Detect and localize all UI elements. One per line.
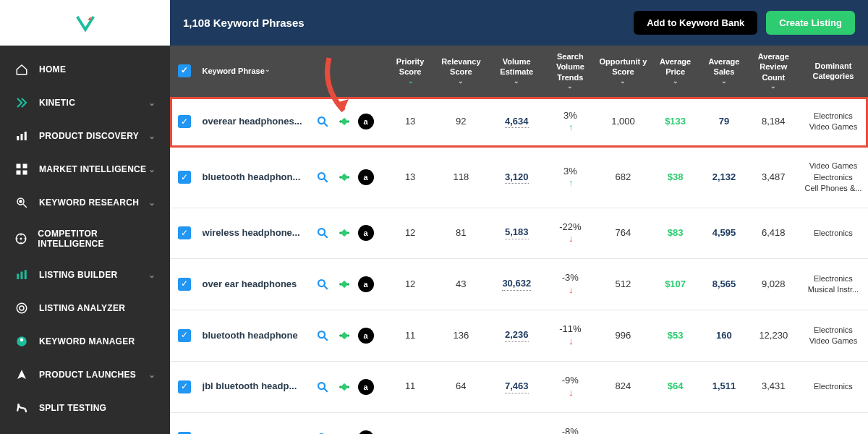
- dominant-categories-value: Electronics: [814, 228, 853, 239]
- priority-score-value: 13: [405, 116, 415, 128]
- market-icon: [14, 162, 29, 176]
- row-checkbox[interactable]: ✓: [178, 115, 191, 128]
- sidebar-item-market[interactable]: MARKET INTELLIGENCE⌄: [0, 153, 170, 186]
- priority-score-value: 12: [405, 227, 415, 239]
- svg-rect-2: [25, 132, 27, 140]
- amazon-icon[interactable]: a: [358, 379, 374, 395]
- svg-rect-3: [17, 164, 21, 169]
- table-row: ✓ over ear headphones a 12 43 30,632 -3%…: [170, 259, 868, 310]
- volume-estimate-value[interactable]: 7,463: [505, 380, 529, 393]
- amazon-icon[interactable]: a: [358, 225, 374, 241]
- column-average-review-count[interactable]: Average Review Count⌄: [749, 51, 799, 91]
- page-title: 1,108 Keyword Phrases: [183, 17, 305, 29]
- row-checkbox[interactable]: ✓: [178, 226, 191, 239]
- column-search-volume-trends[interactable]: Search Volume Trends⌄: [545, 51, 595, 91]
- average-price-value: $53: [668, 330, 684, 342]
- volume-estimate-value[interactable]: 2,574: [505, 432, 529, 434]
- opportunity-score-value: 512: [616, 278, 631, 291]
- column-average-price[interactable]: Average Price⌄: [651, 56, 699, 85]
- sidebar-item-label: MARKET INTELLIGENCE: [39, 164, 146, 174]
- row-checkbox[interactable]: ✓: [178, 380, 191, 393]
- column-average-sales[interactable]: Average Sales⌄: [699, 56, 748, 85]
- row-checkbox[interactable]: ✓: [178, 278, 191, 291]
- amazon-icon[interactable]: a: [358, 430, 374, 434]
- average-review-count-value: 6,418: [762, 227, 786, 239]
- opportunity-score-value: 996: [616, 330, 631, 342]
- search-icon[interactable]: [315, 169, 331, 185]
- average-sales-value: 160: [716, 330, 732, 342]
- volume-estimate-value[interactable]: 3,120: [505, 171, 529, 184]
- sidebar-item-launches[interactable]: PRODUCT LAUNCHES⌄: [0, 358, 170, 391]
- trend-value: 3%: [563, 166, 577, 178]
- diamond-icon[interactable]: [336, 169, 352, 185]
- search-icon[interactable]: [315, 114, 331, 129]
- search-icon[interactable]: [315, 225, 331, 241]
- sidebar-item-competitor[interactable]: COMPETITOR INTELLIGENCE: [0, 219, 170, 258]
- trend-value: -3%: [562, 272, 579, 284]
- average-review-count-value: 3,487: [762, 171, 786, 184]
- priority-score-value: 12: [405, 278, 415, 291]
- average-price-value: $64: [668, 380, 684, 393]
- svg-rect-6: [23, 171, 27, 175]
- sidebar-item-label: PRODUCT DISCOVERY: [39, 131, 139, 141]
- average-sales-value: 4,595: [712, 227, 736, 239]
- sidebar-item-discovery[interactable]: PRODUCT DISCOVERY⌄: [0, 119, 170, 153]
- column-keyword-phrase[interactable]: Keyword Phrase ⌄: [200, 66, 387, 76]
- sidebar-item-kinetic[interactable]: KINETIC⌄: [0, 86, 170, 119]
- priority-score-value: 11: [405, 380, 415, 393]
- sidebar-item-label: PRODUCT LAUNCHES: [39, 370, 136, 380]
- search-icon[interactable]: [315, 328, 331, 344]
- sidebar-item-analyzer[interactable]: LISTING ANALYZER: [0, 292, 170, 325]
- volume-estimate-value[interactable]: 30,632: [502, 278, 531, 291]
- row-checkbox[interactable]: ✓: [178, 432, 191, 434]
- trend-value: -22%: [559, 221, 581, 234]
- sidebar-item-label: LISTING ANALYZER: [39, 303, 125, 313]
- amazon-icon[interactable]: a: [358, 276, 374, 292]
- diamond-icon[interactable]: [336, 328, 352, 344]
- average-sales-value: 2,132: [712, 171, 736, 184]
- column-relevancy-score[interactable]: Relevancy Score⌄: [434, 56, 488, 85]
- search-icon[interactable]: [315, 276, 331, 292]
- volume-estimate-value[interactable]: 2,236: [505, 329, 529, 342]
- volume-estimate-value[interactable]: 4,634: [505, 116, 529, 129]
- row-checkbox[interactable]: ✓: [178, 171, 191, 184]
- sidebar-item-keyword[interactable]: KEYWORD RESEARCH⌄: [0, 186, 170, 219]
- search-icon[interactable]: [315, 430, 331, 434]
- column-opportunity-score[interactable]: Opportunit y Score⌄: [595, 56, 651, 85]
- header-bar: 1,108 Keyword Phrases Add to Keyword Ban…: [170, 0, 868, 46]
- svg-rect-5: [17, 171, 21, 175]
- diamond-icon[interactable]: [336, 225, 352, 241]
- chevron-down-icon: ⌄: [148, 197, 156, 208]
- sidebar-item-manager[interactable]: KEYWORD MANAGER: [0, 325, 170, 358]
- create-listing-button[interactable]: Create Listing: [766, 11, 855, 35]
- diamond-icon[interactable]: [336, 379, 352, 395]
- add-to-keyword-bank-button[interactable]: Add to Keyword Bank: [634, 11, 757, 35]
- sidebar-item-label: KEYWORD RESEARCH: [39, 197, 139, 208]
- sidebar-item-label: HOME: [39, 64, 66, 75]
- search-icon[interactable]: [315, 379, 331, 395]
- table-header-row: ✓ Keyword Phrase ⌄ Priority Score⌄ Relev…: [170, 46, 868, 97]
- diamond-icon[interactable]: [336, 114, 352, 129]
- sidebar-item-home[interactable]: HOME: [0, 53, 170, 86]
- column-priority-score[interactable]: Priority Score⌄: [386, 56, 433, 85]
- diamond-icon[interactable]: [336, 276, 352, 292]
- builder-icon: [14, 268, 29, 282]
- chevron-down-icon: ⌄: [148, 131, 156, 141]
- relevancy-score-value: 81: [456, 227, 466, 239]
- opportunity-score-value: 1,000: [611, 116, 635, 128]
- svg-point-15: [20, 306, 24, 310]
- volume-estimate-value[interactable]: 5,183: [505, 226, 529, 239]
- column-volume-estimate[interactable]: Volume Estimate⌄: [488, 56, 545, 85]
- amazon-icon[interactable]: a: [358, 114, 374, 129]
- amazon-icon[interactable]: a: [358, 169, 374, 185]
- trend-down-icon: ↓: [569, 284, 574, 297]
- sidebar-item-split[interactable]: SPLIT TESTING: [0, 391, 170, 425]
- diamond-icon[interactable]: [336, 430, 352, 434]
- manager-icon: [14, 334, 29, 349]
- svg-point-34: [318, 331, 325, 338]
- select-all-checkbox[interactable]: ✓: [178, 64, 191, 77]
- sidebar-item-builder[interactable]: LISTING BUILDER⌄: [0, 258, 170, 292]
- row-checkbox[interactable]: ✓: [178, 329, 191, 342]
- trend-value: 3%: [563, 110, 577, 122]
- amazon-icon[interactable]: a: [358, 328, 374, 344]
